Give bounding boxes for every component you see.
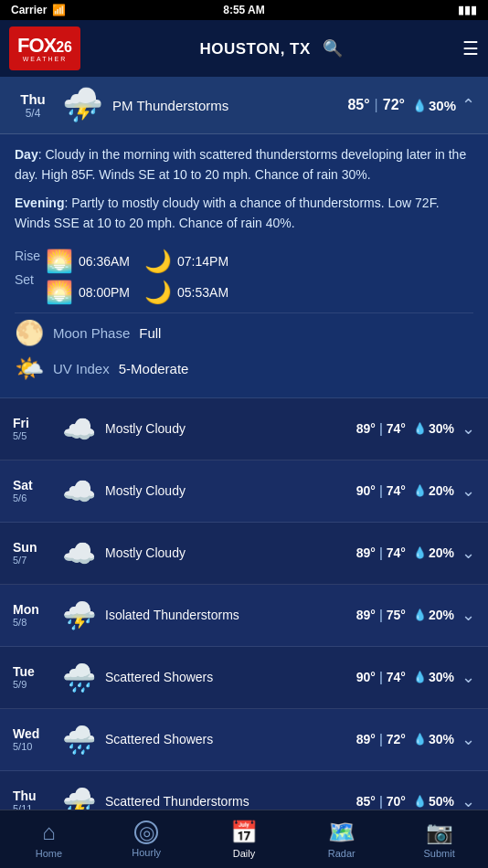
nav-submit-label: Submit xyxy=(423,848,454,859)
row-rain-pct: 30% xyxy=(429,732,454,746)
forecast-row-thu[interactable]: Thu 5/11 ⛈️ Scattered Thunderstorms 85° … xyxy=(0,771,488,810)
expand-icon[interactable]: ⌄ xyxy=(461,667,475,687)
day-detail: Day: Cloudy in the morning with scattere… xyxy=(15,145,473,185)
sun-column: 🌅 06:36AM 🌅 08:00PM xyxy=(46,249,130,305)
day-col: Mon 5/8 xyxy=(13,602,53,628)
row-day-date: 5/7 xyxy=(13,555,53,566)
row-day-date: 5/5 xyxy=(13,430,53,441)
moon-rise-time: 07:14PM xyxy=(177,254,228,269)
main-content: Thu 5/4 ⛈️ PM Thunderstorms 85° | 72° 💧 … xyxy=(0,77,488,810)
sun-moon-section: Rise Set 🌅 06:36AM 🌅 08:00PM 🌙 07:14PM xyxy=(15,243,473,307)
row-rain: 💧 30% xyxy=(413,732,454,746)
moon-column: 🌙 07:14PM 🌙 05:53AM xyxy=(144,249,228,305)
row-rain-pct: 20% xyxy=(429,545,454,560)
expand-icon[interactable]: ⌄ xyxy=(461,605,475,625)
expanded-rain-pct: 30% xyxy=(429,98,456,113)
header-icons: ☰ xyxy=(462,37,479,59)
expanded-day-label: Thu 5/4 xyxy=(13,91,53,120)
expand-icon[interactable]: ⌄ xyxy=(461,481,475,501)
sun-set-icon: 🌅 xyxy=(46,280,73,305)
row-condition: Mostly Cloudy xyxy=(105,545,356,560)
nav-hourly[interactable]: ◎ Hourly xyxy=(98,810,196,868)
row-low: 72° xyxy=(387,732,406,746)
row-rain: 💧 30% xyxy=(413,421,454,436)
row-weather-icon: ☁️ xyxy=(62,475,96,507)
forecast-row-mon[interactable]: Mon 5/8 ⛈️ Isolated Thunderstorms 89° | … xyxy=(0,585,488,647)
row-temp-sep: | xyxy=(379,732,383,746)
row-temp-sep: | xyxy=(379,608,383,622)
row-rain-drop: 💧 xyxy=(413,484,427,497)
row-weather-icon: ⛈️ xyxy=(62,599,96,631)
forecast-row-sat[interactable]: Sat 5/6 ☁️ Mostly Cloudy 90° | 74° 💧 20%… xyxy=(0,460,488,523)
day-col: Sun 5/7 xyxy=(13,540,53,566)
radar-icon: 🗺️ xyxy=(328,820,355,845)
row-temp-sep: | xyxy=(379,483,383,498)
row-temps: 90° | 74° xyxy=(356,483,406,498)
row-high: 89° xyxy=(356,421,376,436)
sun-rise-time: 06:36AM xyxy=(79,254,130,269)
row-high: 90° xyxy=(356,670,376,684)
nav-home[interactable]: ⌂ Home xyxy=(0,810,98,868)
set-label: Set xyxy=(15,272,38,287)
forecast-row-sun[interactable]: Sun 5/7 ☁️ Mostly Cloudy 89° | 74° 💧 20%… xyxy=(0,523,488,585)
expand-icon[interactable]: ⌄ xyxy=(461,729,475,749)
row-day-date: 5/8 xyxy=(13,617,53,628)
row-day-date: 5/6 xyxy=(13,492,53,503)
row-condition: Scattered Thunderstorms xyxy=(105,794,356,809)
row-condition: Scattered Showers xyxy=(105,732,356,746)
row-low: 74° xyxy=(387,421,406,436)
menu-icon[interactable]: ☰ xyxy=(462,37,479,59)
row-temps: 89° | 74° xyxy=(356,421,406,436)
full-moon-icon: 🌕 xyxy=(15,319,44,347)
sun-set-row: 🌅 08:00PM xyxy=(46,280,130,305)
expanded-details: Day: Cloudy in the morning with scattere… xyxy=(0,134,488,398)
row-weather-icon: ☁️ xyxy=(62,413,96,445)
status-bar: Carrier 📶 8:55 AM ▮▮▮ xyxy=(0,0,488,20)
nav-daily-label: Daily xyxy=(233,848,255,859)
collapse-icon[interactable]: ⌃ xyxy=(461,95,475,115)
row-rain-drop: 💧 xyxy=(413,609,427,621)
battery-icon: ▮▮▮ xyxy=(458,4,477,16)
row-weather-icon: 🌧️ xyxy=(62,724,96,756)
nav-hourly-label: Hourly xyxy=(132,847,161,858)
carrier-label: Carrier xyxy=(11,4,47,16)
row-rain-pct: 50% xyxy=(429,794,454,809)
nav-radar-label: Radar xyxy=(328,848,355,859)
row-rain-drop: 💧 xyxy=(413,733,427,746)
forecast-row-wed[interactable]: Wed 5/10 🌧️ Scattered Showers 89° | 72° … xyxy=(0,709,488,771)
row-high: 89° xyxy=(356,732,376,746)
row-rain: 💧 20% xyxy=(413,545,454,560)
row-rain-drop: 💧 xyxy=(413,671,427,683)
nav-daily[interactable]: 📅 Daily xyxy=(196,810,293,868)
expand-icon[interactable]: ⌄ xyxy=(461,543,475,563)
forecast-row-fri[interactable]: Fri 5/5 ☁️ Mostly Cloudy 89° | 74° 💧 30%… xyxy=(0,398,488,460)
moon-set-row: 🌙 05:53AM xyxy=(144,280,228,305)
expanded-temps: 85° | 72° xyxy=(347,97,405,113)
row-day-name: Mon xyxy=(13,602,53,617)
day-col: Fri 5/5 xyxy=(13,416,53,441)
row-condition: Isolated Thunderstorms xyxy=(105,608,356,622)
evening-detail: Evening: Partly to mostly cloudy with a … xyxy=(15,194,473,233)
row-low: 74° xyxy=(387,483,406,498)
nav-submit[interactable]: 📷 Submit xyxy=(390,810,488,868)
rise-set-labels: Rise Set xyxy=(15,249,38,287)
uv-row: 🌤️ UV Index 5-Moderate xyxy=(15,355,473,383)
row-temps: 89° | 74° xyxy=(356,545,406,560)
logo-fox: FOX xyxy=(17,36,56,56)
row-temps: 89° | 75° xyxy=(356,608,406,622)
moon-set-time: 05:53AM xyxy=(177,285,228,300)
expanded-day-header[interactable]: Thu 5/4 ⛈️ PM Thunderstorms 85° | 72° 💧 … xyxy=(0,77,488,134)
sun-rise-icon: 🌅 xyxy=(46,249,73,274)
expand-icon[interactable]: ⌄ xyxy=(461,791,475,810)
nav-radar[interactable]: 🗺️ Radar xyxy=(292,810,390,868)
row-high: 89° xyxy=(356,545,376,560)
row-weather-icon: 🌧️ xyxy=(62,662,96,693)
row-low: 70° xyxy=(387,794,406,809)
expand-icon[interactable]: ⌄ xyxy=(461,418,475,439)
row-temps: 90° | 74° xyxy=(356,670,406,684)
search-icon[interactable]: 🔍 xyxy=(323,39,344,58)
expanded-condition: PM Thunderstorms xyxy=(112,98,347,113)
forecast-row-tue[interactable]: Tue 5/9 🌧️ Scattered Showers 90° | 74° 💧… xyxy=(0,647,488,709)
row-temps: 89° | 72° xyxy=(356,732,406,746)
row-day-name: Sat xyxy=(13,478,53,492)
